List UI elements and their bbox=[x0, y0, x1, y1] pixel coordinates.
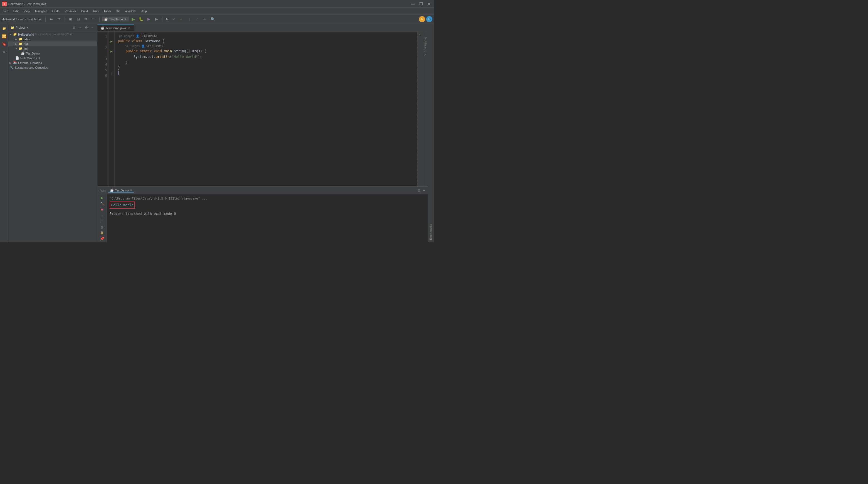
run-tab-testdemo[interactable]: ☕ TestDemo ✕ bbox=[108, 188, 134, 192]
breadcrumb-class[interactable]: TestDemo bbox=[27, 18, 41, 21]
menu-file[interactable]: File bbox=[1, 9, 10, 13]
tree-idea-label: .idea bbox=[24, 37, 30, 41]
git-revert-btn[interactable]: ↩ bbox=[202, 16, 208, 23]
sidebar-bookmarks-icon[interactable]: 🔖 bbox=[1, 41, 7, 47]
code-line-4: } bbox=[118, 60, 414, 65]
toolbar-forward-btn[interactable]: ⮕ bbox=[56, 16, 62, 23]
editor-content[interactable]: 1 2 3 4 5 6 ▶ ▶ bbox=[97, 32, 428, 186]
tree-scratches[interactable]: 🔧 Scratches and Consoles bbox=[8, 65, 97, 70]
build-btn[interactable]: 🔨 bbox=[99, 201, 105, 206]
hello-world-output: Hello World bbox=[110, 202, 425, 209]
tree-iml[interactable]: 📄 HelloWorld.iml bbox=[8, 56, 97, 60]
git-check-btn[interactable]: ✓ bbox=[170, 16, 177, 23]
tree-iml-label: HelloWorld.iml bbox=[20, 57, 40, 60]
toolbar: HelloWorld › src › TestDemo ⬅ ⮕ ⊞ ⊟ ⚙ − … bbox=[0, 14, 434, 24]
menu-help[interactable]: Help bbox=[138, 9, 149, 13]
tree-out[interactable]: ▶ 📁 out bbox=[8, 41, 97, 46]
app-icon: J bbox=[2, 2, 7, 6]
scroll-up-btn[interactable]: ⤴ bbox=[99, 219, 105, 223]
menu-git[interactable]: Git bbox=[114, 9, 122, 13]
toolbar-back-btn[interactable]: ⬅ bbox=[48, 16, 55, 23]
gutter-run-1[interactable]: ▶ bbox=[108, 38, 114, 44]
toolbar-pin-btn[interactable]: − bbox=[90, 16, 97, 23]
bookmarks-sidebar[interactable]: Bookmarks bbox=[428, 24, 434, 242]
run-panel-header: Run: ☕ TestDemo ✕ ⚙ − bbox=[97, 187, 428, 194]
git-push-btn[interactable]: ↑ bbox=[194, 16, 200, 23]
toolbar-structure-btn[interactable]: ⊞ bbox=[67, 16, 74, 23]
main-layout: 📁 🔀 🔖 ≡ 📁 Project ▼ ⊕ ≡ ⚙ − ▼ 📁 Hell bbox=[0, 24, 434, 242]
tree-src-label: src bbox=[24, 47, 28, 50]
sidebar-project-icon[interactable]: 📁 bbox=[1, 25, 7, 32]
user-avatar-2[interactable]: S bbox=[426, 16, 432, 22]
minimize-button[interactable]: — bbox=[410, 2, 416, 6]
tab-java-icon: ☕ bbox=[101, 26, 104, 30]
tree-external[interactable]: ▶ 📚 External Libraries bbox=[8, 60, 97, 65]
notifications-label: Notifications bbox=[424, 37, 427, 56]
proj-minimize-btn[interactable]: − bbox=[90, 25, 95, 30]
gutter-run-6[interactable]: | bbox=[108, 71, 114, 76]
scroll-end-btn[interactable]: ⤵ bbox=[99, 213, 105, 218]
menu-refactor[interactable]: Refactor bbox=[62, 9, 79, 13]
git-commit-btn[interactable]: ✓ bbox=[178, 16, 185, 23]
gutter-run-2[interactable]: ▶ bbox=[108, 49, 114, 54]
code-area[interactable]: no usages 👤 SEKITOMOKI public class Test… bbox=[115, 32, 417, 186]
rerun-btn[interactable]: ▶ bbox=[99, 195, 105, 200]
toolbar-expand-btn[interactable]: ⊟ bbox=[75, 16, 82, 23]
gutter-hint-2 bbox=[108, 44, 114, 49]
run-minimize-btn[interactable]: − bbox=[422, 188, 426, 192]
run-tab-label: TestDemo bbox=[115, 189, 129, 192]
pin-btn[interactable]: 📌 bbox=[99, 236, 105, 241]
exit-message: Process finished with exit code 0 bbox=[110, 211, 425, 216]
folder-icon: 📁 bbox=[10, 26, 14, 30]
profile-button[interactable]: ▶ bbox=[153, 16, 160, 23]
menu-run[interactable]: Run bbox=[91, 9, 101, 13]
stop-btn[interactable]: ■ bbox=[99, 207, 105, 212]
project-dropdown-icon[interactable]: ▼ bbox=[26, 26, 29, 29]
line-num-3: 2 bbox=[98, 45, 107, 51]
print-btn[interactable]: 🖨 bbox=[99, 224, 105, 229]
menu-code[interactable]: Code bbox=[50, 9, 62, 13]
notifications-sidebar[interactable]: Notifications bbox=[423, 32, 428, 186]
debug-button[interactable]: 🐛 bbox=[138, 16, 145, 23]
window-controls: — ❐ ✕ bbox=[410, 2, 432, 6]
menu-window[interactable]: Window bbox=[122, 9, 138, 13]
sidebar-structure-icon[interactable]: ≡ bbox=[1, 49, 7, 55]
editor-tab-testdemo[interactable]: ☕ TestDemo.java ✕ bbox=[97, 25, 134, 31]
project-label: Project bbox=[16, 26, 25, 29]
close-button[interactable]: ✕ bbox=[426, 2, 432, 6]
proj-locate-btn[interactable]: ⊕ bbox=[71, 25, 76, 30]
editor-run-wrapper: ☕ TestDemo.java ✕ 1 2 3 4 5 6 bbox=[97, 24, 428, 242]
menu-view[interactable]: View bbox=[22, 9, 33, 13]
git-update-btn[interactable]: ↓ bbox=[186, 16, 193, 23]
maximize-button[interactable]: ❐ bbox=[418, 2, 424, 6]
clear-btn[interactable]: 🗑 bbox=[99, 231, 105, 235]
line-num-6: 4 bbox=[98, 62, 107, 67]
tree-src[interactable]: ▼ 📁 src bbox=[8, 46, 97, 51]
sidebar-commit-icon[interactable]: 🔀 bbox=[1, 33, 7, 39]
bookmarks-label: Bookmarks bbox=[429, 223, 432, 240]
tree-idea[interactable]: ▶ 📁 .idea bbox=[8, 37, 97, 41]
proj-settings-btn[interactable]: ⚙ bbox=[84, 25, 89, 30]
tree-root[interactable]: ▼ 📁 HelloWorld E:\gitee\Java_code\HelloW… bbox=[8, 32, 97, 37]
tree-testdemo[interactable]: ☕ TestDemo bbox=[8, 51, 97, 56]
run-settings-btn[interactable]: ⚙ bbox=[417, 188, 421, 192]
run-button[interactable]: ▶ bbox=[130, 16, 136, 23]
breadcrumb-root[interactable]: HelloWorld bbox=[2, 18, 17, 21]
run-config-name: TestDemo bbox=[109, 18, 123, 21]
menu-edit[interactable]: Edit bbox=[11, 9, 21, 13]
coverage-button[interactable]: ▶ bbox=[146, 16, 152, 23]
no-errors-icon: ✓ bbox=[418, 33, 423, 37]
menu-build[interactable]: Build bbox=[79, 9, 90, 13]
breadcrumb-src[interactable]: src bbox=[20, 18, 24, 21]
proj-collapse-btn[interactable]: ≡ bbox=[78, 25, 83, 30]
menu-tools[interactable]: Tools bbox=[101, 9, 113, 13]
run-config-selector[interactable]: ☕ TestDemo ▼ bbox=[102, 17, 128, 22]
search-btn[interactable]: 🔍 bbox=[210, 16, 216, 23]
line-numbers: 1 2 3 4 5 6 bbox=[97, 32, 108, 186]
toolbar-settings-btn[interactable]: ⚙ bbox=[83, 16, 89, 23]
run-tab-close-btn[interactable]: ✕ bbox=[130, 189, 132, 192]
tree-external-label: External Libraries bbox=[18, 61, 42, 65]
tab-close-button[interactable]: ✕ bbox=[128, 26, 130, 30]
menu-navigate[interactable]: Navigate bbox=[33, 9, 49, 13]
user-avatar[interactable]: U bbox=[419, 16, 425, 22]
